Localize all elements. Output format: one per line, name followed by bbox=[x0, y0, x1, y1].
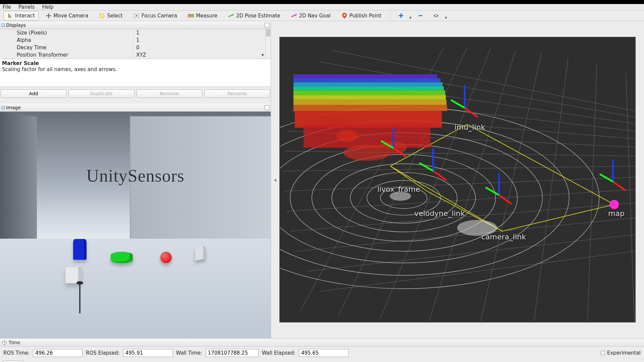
reset-button[interactable]: Reset bbox=[3, 361, 23, 362]
svg-rect-25 bbox=[293, 82, 442, 86]
tool-remove[interactable]: ━ bbox=[415, 10, 426, 21]
camera-eye-icon bbox=[433, 13, 439, 19]
tool-add[interactable]: ✚ bbox=[395, 10, 407, 21]
experimental-checkbox[interactable]: Experimental bbox=[601, 349, 641, 357]
dropdown-icon[interactable]: ▼ bbox=[409, 16, 412, 19]
svg-point-38 bbox=[609, 200, 619, 209]
add-button[interactable]: Add bbox=[1, 89, 66, 98]
displays-title-label: Displays bbox=[6, 22, 26, 28]
tool-more[interactable] bbox=[429, 11, 443, 20]
svg-rect-28 bbox=[293, 95, 446, 100]
tf-label-imu-link: imu_link bbox=[454, 123, 485, 131]
scene-green-cylinder bbox=[111, 252, 133, 263]
ros-elapsed-label: ROS Elapsed: bbox=[86, 350, 120, 356]
wall-elapsed-field[interactable] bbox=[299, 349, 348, 357]
ros-time-field[interactable] bbox=[33, 349, 83, 357]
plus-icon: ✚ bbox=[398, 12, 404, 19]
grip-icon bbox=[1, 23, 5, 27]
prop-row-decay-time[interactable]: Decay Time0 bbox=[0, 44, 265, 51]
scene-red-sphere bbox=[160, 252, 172, 263]
menu-panels[interactable]: Panels bbox=[18, 4, 35, 10]
menu-help[interactable]: Help bbox=[42, 4, 53, 10]
tool-2d-pose-estimate[interactable]: 2D Pose Estimate bbox=[224, 11, 284, 20]
menu-bar: File Panels Help bbox=[0, 4, 644, 10]
move-icon bbox=[46, 13, 52, 19]
prop-row-size-pixels[interactable]: Size (Pixels)1 bbox=[0, 29, 265, 37]
svg-rect-30 bbox=[293, 105, 447, 111]
svg-rect-0 bbox=[100, 14, 104, 18]
image-panel-title: Image bbox=[0, 104, 271, 112]
grip-icon bbox=[1, 106, 5, 109]
image-view[interactable]: UnitySensors bbox=[0, 112, 271, 338]
svg-line-8 bbox=[228, 15, 233, 17]
tf-label-livox-frame: livox_frame bbox=[377, 185, 420, 193]
remove-button[interactable]: Remove bbox=[137, 89, 202, 98]
svg-point-12 bbox=[343, 14, 345, 16]
arrow-pink-icon bbox=[291, 13, 297, 19]
scrollbar[interactable] bbox=[265, 29, 271, 59]
prop-row-alpha[interactable]: Alpha1 bbox=[0, 37, 265, 44]
tool-select[interactable]: Select bbox=[95, 11, 126, 20]
duplicate-button[interactable]: Duplicate bbox=[68, 89, 134, 98]
svg-rect-24 bbox=[293, 78, 440, 82]
3d-scene-svg bbox=[280, 38, 635, 322]
time-title-label: Time bbox=[9, 340, 20, 345]
3d-view[interactable]: imu_link livox_frame velodyne_link bbox=[279, 37, 636, 322]
time-panel-title: Time bbox=[0, 339, 644, 347]
scene-white-cube-far bbox=[195, 246, 205, 260]
clock-icon bbox=[1, 340, 7, 346]
arrow-green-icon bbox=[228, 13, 234, 19]
tf-label-camera-link: camera_link bbox=[481, 233, 526, 241]
svg-rect-27 bbox=[293, 90, 445, 95]
svg-rect-26 bbox=[293, 86, 444, 90]
svg-rect-29 bbox=[293, 100, 446, 105]
scene-white-cube-near bbox=[65, 267, 82, 283]
displays-property-grid[interactable]: Size (Pixels)1 Alpha1 Decay Time0 Positi… bbox=[0, 29, 271, 59]
tool-publish-point[interactable]: Publish Point bbox=[338, 11, 385, 20]
prop-row-position-transformer[interactable]: Position TransformerXYZ▾ bbox=[0, 51, 265, 59]
svg-rect-32 bbox=[304, 124, 431, 148]
cursor-icon bbox=[7, 13, 13, 19]
tf-label-map: map bbox=[608, 209, 625, 218]
minus-icon: ━ bbox=[419, 12, 422, 19]
undock-icon[interactable] bbox=[265, 23, 269, 27]
tool-bar: Interact Move Camera Select Focus Camera… bbox=[0, 10, 644, 21]
tool-move-camera[interactable]: Move Camera bbox=[42, 11, 92, 20]
tool-focus-camera[interactable]: Focus Camera bbox=[130, 11, 181, 20]
displays-panel-title: Displays bbox=[0, 21, 271, 29]
tool-measure[interactable]: Measure bbox=[184, 11, 221, 20]
rename-button[interactable]: Rename bbox=[204, 89, 270, 98]
scene-sensor-pole bbox=[79, 283, 80, 313]
ruler-icon bbox=[188, 13, 194, 19]
focus-icon bbox=[133, 13, 140, 19]
pin-icon bbox=[341, 13, 347, 19]
property-description: Marker Scale Scaling factor for all name… bbox=[0, 59, 271, 87]
select-icon bbox=[99, 13, 105, 19]
scene-title-text: UnitySensors bbox=[86, 166, 184, 186]
wall-elapsed-label: Wall Elapsed: bbox=[262, 350, 296, 356]
ros-elapsed-field[interactable] bbox=[123, 349, 173, 357]
undock-icon[interactable] bbox=[265, 105, 269, 110]
scene-blue-cylinder bbox=[73, 239, 87, 260]
svg-point-35 bbox=[336, 130, 358, 142]
tf-label-velodyne-link: velodyne_link bbox=[414, 209, 465, 218]
ros-time-label: ROS Time: bbox=[3, 350, 30, 356]
chevron-down-icon[interactable]: ▾ bbox=[260, 52, 265, 58]
svg-line-10 bbox=[291, 15, 296, 17]
svg-rect-23 bbox=[293, 74, 437, 78]
wall-time-field[interactable] bbox=[206, 349, 259, 357]
svg-point-13 bbox=[435, 15, 437, 16]
svg-point-1 bbox=[136, 15, 137, 16]
menu-file[interactable]: File bbox=[3, 4, 11, 10]
viewport-splitter[interactable]: ◂ bbox=[271, 21, 279, 338]
wall-time-label: Wall Time: bbox=[176, 350, 202, 356]
image-title-label: Image bbox=[6, 105, 21, 110]
tool-2d-nav-goal[interactable]: 2D Nav Goal bbox=[287, 11, 334, 20]
dropdown-icon[interactable]: ▼ bbox=[445, 16, 447, 19]
tool-interact[interactable]: Interact bbox=[3, 11, 39, 20]
